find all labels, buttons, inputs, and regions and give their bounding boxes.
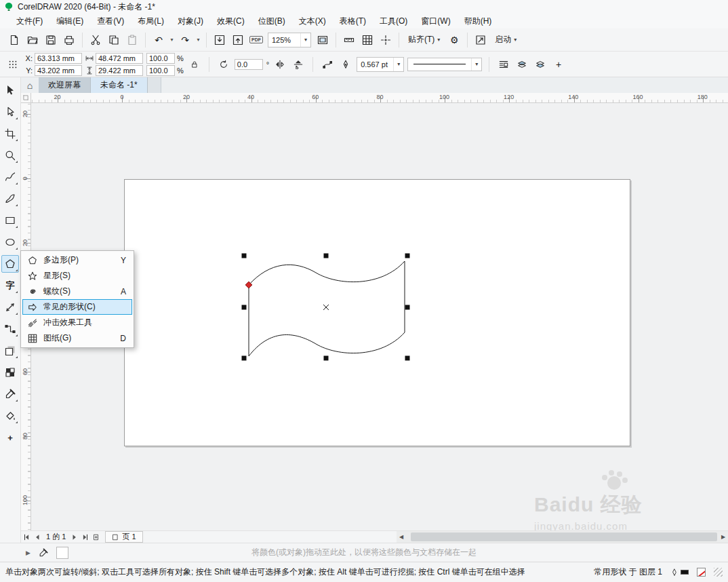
print-button[interactable]	[60, 31, 78, 49]
undo-button[interactable]: ↶	[150, 31, 167, 49]
fullscreen-preview-button[interactable]	[314, 31, 331, 49]
scroll-left-icon[interactable]: ◀	[397, 531, 406, 543]
launch-dropdown[interactable]: 启动 ▾	[490, 32, 521, 48]
horizontal-ruler[interactable]: 20 0 20 40 60 80 100 120 140 160 180	[31, 93, 728, 103]
flyout-item-polygon[interactable]: 多边形(P) Y	[22, 252, 132, 268]
next-page-button[interactable]	[69, 532, 80, 543]
horizontal-scrollbar[interactable]: ◀ ▶	[397, 531, 728, 543]
options-gear-button[interactable]: ⚙	[445, 31, 463, 49]
show-grid-button[interactable]	[359, 31, 376, 49]
mirror-vertical-button[interactable]	[291, 57, 306, 72]
new-tab-stub[interactable]	[148, 77, 161, 93]
palette-empty-swatch[interactable]	[56, 547, 68, 559]
propbar-more-button[interactable]: +	[551, 57, 566, 72]
line-style-combo[interactable]: ▾	[407, 58, 482, 71]
menu-file[interactable]: 文件(F)	[9, 14, 49, 29]
transparency-tool[interactable]	[1, 364, 19, 381]
zoom-combo-caret[interactable]: ▾	[300, 33, 310, 47]
artistic-media-tool[interactable]	[1, 190, 19, 208]
menu-effects[interactable]: 效果(C)	[210, 14, 251, 29]
scrollbar-track[interactable]	[406, 531, 719, 543]
flyout-item-star[interactable]: 星形(S)	[22, 268, 132, 284]
redo-dropdown[interactable]: ▾	[195, 31, 202, 49]
window-resize-grip[interactable]	[714, 568, 723, 577]
redo-button[interactable]: ↷	[176, 31, 194, 49]
menu-object[interactable]: 对象(J)	[171, 14, 210, 29]
crop-tool[interactable]	[1, 125, 19, 142]
previous-page-button[interactable]	[32, 532, 43, 543]
launch-icon-button[interactable]	[472, 31, 489, 49]
object-height-field[interactable]: 29.422 mm	[96, 65, 143, 76]
publish-pdf-button[interactable]: PDF	[247, 31, 265, 49]
drawing-canvas[interactable]: Baidu 经验 jingyan.baidu.com	[31, 103, 728, 530]
pick-tool[interactable]	[1, 81, 19, 99]
rectangle-tool[interactable]	[1, 212, 19, 229]
menu-view[interactable]: 查看(V)	[90, 14, 131, 29]
dimension-tool[interactable]	[1, 298, 19, 316]
x-position-field[interactable]: 63.313 mm	[35, 53, 82, 64]
object-width-field[interactable]: 48.472 mm	[96, 53, 143, 64]
flyout-item-graph-paper[interactable]: 图纸(G) D	[22, 330, 132, 346]
connector-tool[interactable]	[1, 320, 19, 338]
outline-width-combo[interactable]: 0.567 pt ▾	[357, 57, 404, 72]
color-eyedropper-tool[interactable]	[1, 385, 19, 403]
tab-untitled-document[interactable]: 未命名 -1*	[91, 77, 148, 93]
menu-layout[interactable]: 布局(L)	[131, 14, 171, 29]
menu-edit[interactable]: 编辑(E)	[49, 14, 90, 29]
new-document-button[interactable]	[5, 31, 23, 49]
palette-expand-icon[interactable]: ▶	[26, 549, 31, 556]
paste-button[interactable]	[123, 31, 141, 49]
ellipse-tool[interactable]	[1, 233, 19, 251]
open-button[interactable]	[24, 31, 41, 49]
polygon-tool[interactable]	[1, 255, 19, 273]
home-icon[interactable]: ⌂	[21, 77, 39, 93]
line-style-caret[interactable]: ▾	[471, 58, 481, 71]
tab-welcome-screen[interactable]: 欢迎屏幕	[39, 77, 91, 93]
page-1-tab[interactable]: 页 1	[105, 531, 142, 543]
fill-none-indicator[interactable]	[697, 568, 706, 577]
snap-to-dropdown[interactable]: 贴齐(T) ▾	[403, 32, 445, 48]
outline-color-indicator[interactable]	[670, 568, 689, 577]
shape-tool[interactable]	[1, 103, 19, 121]
menu-help[interactable]: 帮助(H)	[458, 14, 499, 29]
scale-horizontal-field[interactable]: 100.0	[146, 53, 175, 64]
y-position-field[interactable]: 43.202 mm	[35, 65, 82, 76]
wrap-text-button[interactable]	[496, 57, 511, 72]
last-page-button[interactable]	[80, 532, 91, 543]
more-tools-button[interactable]: +	[1, 429, 19, 446]
show-guidelines-button[interactable]	[377, 31, 395, 49]
lock-ratio-button[interactable]	[187, 53, 202, 76]
rotation-angle-field[interactable]: 0.0	[235, 59, 263, 70]
flag-shape[interactable]	[249, 261, 405, 356]
flyout-item-common-shapes[interactable]: 常见的形状(C)	[22, 299, 132, 315]
menu-table[interactable]: 表格(T)	[333, 14, 373, 29]
menu-tools[interactable]: 工具(O)	[373, 14, 414, 29]
export-button[interactable]	[229, 31, 247, 49]
to-front-of-layer-button[interactable]	[533, 57, 548, 72]
flyout-item-impact-tool[interactable]: 冲击效果工具	[22, 315, 132, 330]
ruler-origin-button[interactable]	[21, 93, 31, 103]
text-tool[interactable]: 字	[1, 277, 19, 294]
undo-dropdown[interactable]: ▾	[168, 31, 176, 49]
freehand-tool[interactable]	[1, 168, 19, 186]
show-rulers-button[interactable]	[340, 31, 358, 49]
scroll-right-icon[interactable]: ▶	[719, 531, 728, 543]
flyout-item-spiral[interactable]: 螺纹(S) A	[22, 284, 132, 299]
palette-eyedropper-icon[interactable]	[39, 548, 48, 558]
drop-shadow-tool[interactable]	[1, 342, 19, 360]
cut-button[interactable]	[87, 31, 104, 49]
zoom-tool[interactable]	[1, 147, 19, 164]
menu-text[interactable]: 文本(X)	[292, 14, 333, 29]
copy-button[interactable]	[105, 31, 123, 49]
mirror-horizontal-button[interactable]	[272, 57, 287, 72]
convert-to-curves-button[interactable]	[320, 57, 335, 72]
import-button[interactable]	[211, 31, 228, 49]
to-back-of-layer-button[interactable]	[514, 57, 529, 72]
outline-width-caret[interactable]: ▾	[393, 58, 403, 71]
scrollbar-thumb[interactable]	[411, 532, 717, 541]
first-page-button[interactable]	[21, 532, 32, 543]
menu-bitmaps[interactable]: 位图(B)	[251, 14, 292, 29]
interactive-fill-tool[interactable]	[1, 407, 19, 425]
menu-window[interactable]: 窗口(W)	[414, 14, 457, 29]
zoom-level-combo[interactable]: 125% ▾	[268, 33, 311, 47]
